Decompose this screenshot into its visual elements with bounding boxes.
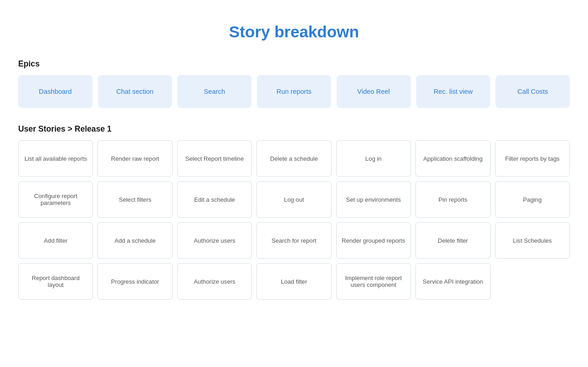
story-card-r1-c2[interactable]: Edit a schedule — [177, 181, 252, 218]
story-card-r3-c3[interactable]: Load filter — [256, 263, 331, 300]
story-card-r1-c5[interactable]: Pin reports — [415, 181, 490, 218]
story-card-r2-c1[interactable]: Add a schedule — [97, 222, 172, 259]
epic-card-1[interactable]: Chat section — [98, 75, 172, 108]
story-card-r1-c3[interactable]: Log out — [256, 181, 331, 218]
stories-grid: List all available reportsRender raw rep… — [18, 140, 570, 300]
epic-card-0[interactable]: Dashboard — [18, 75, 92, 108]
story-card-r1-c1[interactable]: Select filters — [97, 181, 172, 218]
story-card-r3-c2[interactable]: Authorize users — [177, 263, 252, 300]
story-card-r0-c6[interactable]: Filter reports by tags — [495, 140, 570, 177]
epic-card-2[interactable]: Search — [177, 75, 251, 108]
epic-card-4[interactable]: Video Reel — [337, 75, 411, 108]
story-card-r0-c4[interactable]: Log in — [336, 140, 411, 177]
story-card-r3-c6 — [495, 263, 570, 300]
story-card-r0-c2[interactable]: Select Report timeline — [177, 140, 252, 177]
epic-card-3[interactable]: Run reports — [257, 75, 331, 108]
story-card-r2-c0[interactable]: Add filter — [18, 222, 93, 259]
epic-card-6[interactable]: Call Costs — [496, 75, 570, 108]
story-card-r1-c6[interactable]: Paging — [495, 181, 570, 218]
page-title: Story breakdown — [18, 23, 570, 41]
epics-label: Epics — [18, 59, 570, 69]
story-card-r2-c3[interactable]: Search for report — [256, 222, 331, 259]
story-card-r3-c4[interactable]: Implement role report users component — [336, 263, 411, 300]
story-card-r2-c2[interactable]: Authorize users — [177, 222, 252, 259]
story-card-r1-c4[interactable]: Set up environments — [336, 181, 411, 218]
story-card-r0-c0[interactable]: List all available reports — [18, 140, 93, 177]
story-card-r0-c3[interactable]: Delete a schedule — [256, 140, 331, 177]
story-card-r2-c6[interactable]: List Schedules — [495, 222, 570, 259]
story-card-r3-c0[interactable]: Report dashboard layout — [18, 263, 93, 300]
story-card-r0-c1[interactable]: Render raw report — [97, 140, 172, 177]
story-card-r2-c4[interactable]: Render grouped reports — [336, 222, 411, 259]
stories-section: User Stories > Release 1 List all availa… — [18, 124, 570, 300]
epics-section: Epics DashboardChat sectionSearchRun rep… — [18, 59, 570, 108]
story-card-r0-c5[interactable]: Application scaffolding — [415, 140, 490, 177]
epic-card-5[interactable]: Rec. list view — [416, 75, 491, 108]
story-card-r1-c0[interactable]: Configure report parameters — [18, 181, 93, 218]
story-card-r2-c5[interactable]: Delete filter — [415, 222, 490, 259]
story-card-r3-c1[interactable]: Progress indicator — [97, 263, 172, 300]
story-card-r3-c5[interactable]: Service API integration — [415, 263, 490, 300]
epics-grid: DashboardChat sectionSearchRun reportsVi… — [18, 75, 570, 108]
stories-label: User Stories > Release 1 — [18, 124, 570, 134]
